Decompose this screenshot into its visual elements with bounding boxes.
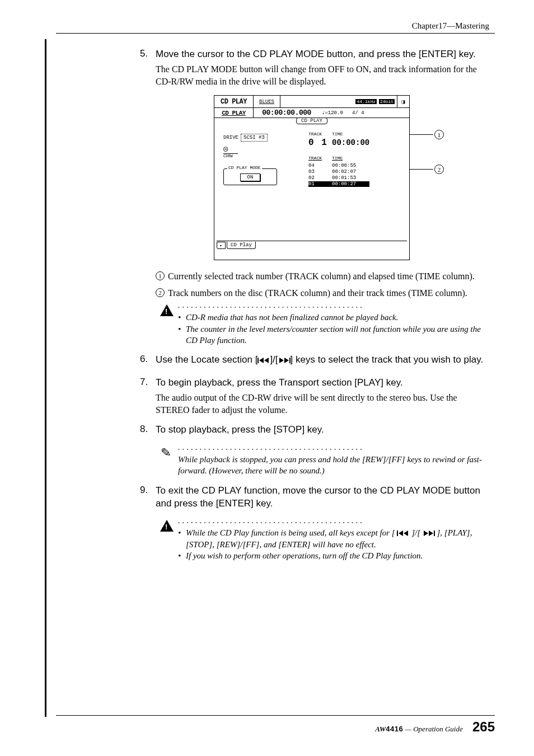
speaker-icon: ◨ (397, 96, 409, 107)
warning-1-item-2: The counter in the level meters/counter … (178, 323, 484, 346)
dots-decoration: ••••••••••••••••••••••••••••••••••••••••… (178, 447, 484, 452)
svg-marker-8 (404, 530, 408, 536)
figure-wrap: CD PLAY BLUES 44.1kHz 24bit ◨ CD PLAY 00… (140, 95, 484, 260)
fig-title-song: BLUES (254, 96, 280, 107)
footer-model: AW4416 (375, 725, 403, 733)
skip-prev-icon (397, 530, 409, 537)
warning-icon (160, 304, 174, 316)
dots-decoration: ••••••••••••••••••••••••••••••••••••••••… (178, 304, 484, 310)
step-6-head: Use the Locate section []/[] keys to sel… (156, 354, 484, 367)
skip-next-icon (423, 530, 435, 537)
step-7-head: To begin playback, press the Transport s… (156, 377, 484, 389)
warning-2-item-1: While the CD Play function is being used… (178, 527, 484, 550)
fig-bottom-tab: ▸ CD Play (217, 241, 408, 250)
warning-2: ••••••••••••••••••••••••••••••••••••••••… (156, 520, 484, 561)
fig-rc-h2: TIME (332, 132, 343, 137)
step-9-head: To exit the CD PLAY function, move the c… (156, 485, 484, 510)
figure-screenshot: CD PLAY BLUES 44.1kHz 24bit ◨ CD PLAY 00… (214, 95, 410, 260)
circled-2: 2 (156, 288, 165, 297)
fig-drive-label: DRIVE (223, 135, 238, 140)
tip-1: ✎ ••••••••••••••••••••••••••••••••••••••… (156, 447, 484, 477)
fig-drive-value: SCSI #3 (241, 134, 268, 142)
fig-rc-h1: TRACK (308, 132, 332, 137)
warning-2-item-2: If you wish to perform other operations,… (178, 550, 484, 561)
svg-marker-1 (259, 358, 264, 363)
footer-guide: — Operation Guide (403, 725, 463, 733)
step-7-desc: The audio output of the CD-RW drive will… (156, 392, 484, 416)
side-rule (45, 39, 46, 717)
svg-marker-7 (399, 530, 403, 536)
step-5-num: 5. (140, 48, 156, 87)
footer-page: 265 (472, 719, 495, 734)
step-5-desc: The CD PLAY MODE button will change from… (156, 63, 484, 87)
svg-marker-10 (429, 530, 433, 536)
skip-prev-icon (257, 357, 270, 364)
dots-decoration: ••••••••••••••••••••••••••••••••••••••••… (178, 520, 484, 525)
fig-tl-h1: TRACK (308, 156, 332, 161)
annot-2: 2 Track numbers on the disc (TRACK colum… (156, 287, 484, 299)
fig-tab: CD PLAY (296, 118, 327, 124)
fig-mode-label: CD PLAY MODE (227, 165, 262, 170)
fig-tracklist-row: 0400:00:55 (308, 163, 369, 169)
header-chapter: Chapter17—Mastering (56, 21, 495, 31)
fig-sub-time: 00:00:00.000 (254, 108, 320, 118)
fig-title-info: 44.1kHz 24bit (280, 96, 397, 107)
skip-next-icon (278, 357, 291, 364)
fig-tracklist-row: 0300:02:07 (308, 169, 369, 175)
footer-rule (56, 715, 495, 716)
svg-marker-3 (279, 358, 284, 363)
tip-icon: ✎ (161, 446, 174, 477)
warning-1-item-1: CD-R media that has not been finalized c… (178, 312, 484, 323)
step-7: 7. To begin playback, press the Transpor… (140, 377, 484, 416)
cd-icon: ◎ (223, 144, 277, 153)
arrow-icon: ▸ (217, 242, 226, 249)
warning-1: ••••••••••••••••••••••••••••••••••••••••… (156, 304, 484, 346)
step-6-num: 6. (140, 354, 156, 369)
svg-rect-6 (397, 530, 398, 536)
step-6: 6. Use the Locate section []/[] keys to … (140, 354, 484, 369)
step-8: 8. To stop playback, press the [STOP] ke… (140, 424, 484, 439)
fig-mode-btn: ON (240, 173, 261, 181)
step-8-head: To stop playback, press the [STOP] key. (156, 424, 484, 436)
fig-mode-group: CD PLAY MODE ON (223, 168, 277, 185)
svg-marker-4 (284, 358, 289, 363)
svg-marker-2 (264, 358, 269, 363)
fig-title-left: CD PLAY (214, 96, 254, 107)
step-8-num: 8. (140, 424, 156, 439)
fig-tl-h2: TIME (332, 156, 343, 161)
footer: AW4416 — Operation Guide 265 (56, 715, 495, 735)
fig-big-time: 00:00:00 (332, 138, 369, 147)
cd-icon-label: CDRW (223, 153, 238, 158)
fig-tracklist-row: 0200:01:53 (308, 175, 369, 181)
fig-sub-left: CD PLAY (214, 108, 254, 118)
warning-icon (160, 520, 174, 532)
svg-rect-0 (257, 358, 259, 363)
fig-big-track: 0 1 (308, 138, 332, 148)
fig-tracklist-row: 0100:00:27 (308, 181, 369, 187)
step-9-num: 9. (140, 485, 156, 513)
annot-1-text: Currently selected track number (TRACK c… (168, 270, 484, 283)
header-rule (56, 33, 495, 34)
step-9: 9. To exit the CD PLAY function, move th… (140, 485, 484, 513)
step-7-num: 7. (140, 377, 156, 416)
annot-1: 1 Currently selected track number (TRACK… (156, 270, 484, 283)
fig-sub-rest: ♩=120.0 4/ 4 (320, 108, 409, 118)
svg-marker-9 (424, 530, 428, 536)
step-5-head: Move the cursor to the CD PLAY MODE butt… (156, 48, 484, 61)
annot-2-text: Track numbers on the disc (TRACK column)… (168, 287, 484, 299)
tip-1-text: While playback is stopped, you can press… (178, 454, 484, 477)
callout-2: 2 (410, 165, 444, 174)
step-5: 5. Move the cursor to the CD PLAY MODE b… (140, 48, 484, 87)
callout-1: 1 (410, 130, 444, 139)
fig-tracklist: 0400:00:550300:02:070200:01:530100:00:27 (308, 163, 369, 187)
circled-1: 1 (156, 271, 165, 280)
